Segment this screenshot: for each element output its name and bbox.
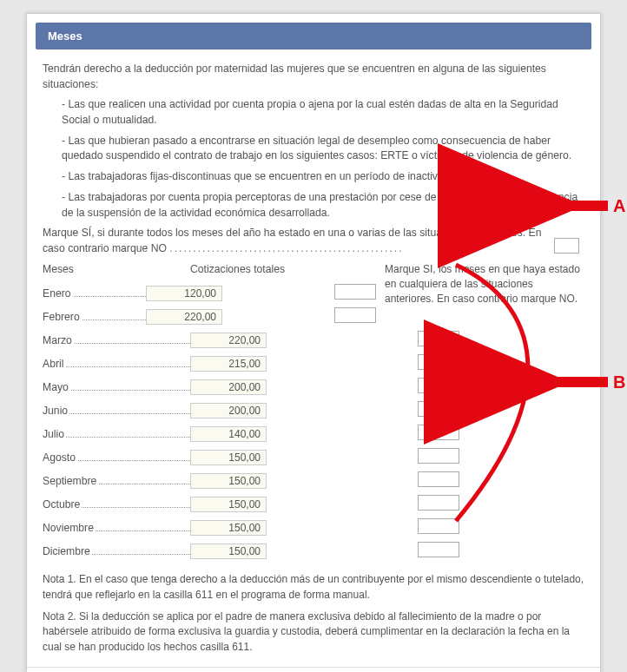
table-row: Octubre [43,493,584,517]
dialog-body: Tendrán derecho a la deducción por mater… [27,49,600,667]
table-row: Mayo [43,376,584,399]
col-header-meses: Meses [43,262,190,278]
marque-si-all-input[interactable] [554,238,579,254]
month-name: Noviembre [43,522,96,534]
bullet-4: Las trabajadoras por cuenta propia perce… [62,190,584,221]
table-row: Noviembre [43,517,584,540]
si-input-month[interactable] [418,518,459,534]
notes: Nota 1. En el caso que tenga derecho a l… [43,572,584,655]
bullet-1: Las que realicen una actividad por cuent… [62,97,584,128]
marque-si-all-row: Marque SÍ, si durante todos los meses de… [43,226,584,256]
month-name: Septiembre [43,475,98,487]
annotation-label-b: B [613,372,625,392]
si-input-month[interactable] [418,331,459,346]
cotizacion-input[interactable] [190,520,267,536]
table-row: Febrero [43,306,376,329]
cotizacion-input[interactable] [190,333,267,348]
table-row: Abril [43,352,584,376]
month-name: Febrero [43,311,82,323]
dialog-footer: Aceptar Cancelar [27,667,600,672]
annotation-label-a: A [613,196,625,215]
si-input-month[interactable] [418,401,459,417]
month-name: Octubre [43,498,82,511]
nota-1: Nota 1. En el caso que tenga derecho a l… [43,572,584,603]
month-name: Diciembre [43,545,92,557]
month-name: Julio [43,428,66,440]
bullet-3: Las trabajadoras fijas-discontinuas que … [62,169,584,185]
dialog: Meses Tendrán derecho a la deducción por… [26,13,601,672]
dialog-title: Meses [36,23,591,49]
cotizacion-input[interactable] [190,544,267,559]
month-name: Marzo [43,334,74,346]
si-input-month[interactable] [418,448,459,464]
cotizacion-input[interactable] [190,426,267,442]
si-input-month[interactable] [418,495,459,511]
cotizacion-input[interactable] [190,403,267,418]
table-row: Diciembre [43,540,584,563]
si-input-month[interactable] [334,284,376,300]
si-input-month[interactable] [418,354,459,370]
cotizacion-input[interactable] [190,379,267,395]
month-name: Abril [43,358,65,370]
marque-si-month-text: Marque SI, los meses en que haya estado … [385,262,584,307]
cotizacion-input[interactable] [190,497,267,512]
si-input-month[interactable] [418,378,459,393]
table-row: Enero [43,282,376,306]
table-row: Septiembre [43,470,584,493]
month-name: Enero [43,287,73,300]
cotizacion-input[interactable] [190,450,267,465]
table-row: Marzo [43,329,584,352]
table-row: Junio [43,399,584,423]
cotizacion-input[interactable] [146,286,222,301]
bullet-2: Las que hubieran pasado a encontrarse en… [62,134,584,164]
intro-text: Tendrán derecho a la deducción por mater… [43,62,584,92]
si-input-month[interactable] [334,307,376,323]
bullets: Las que realicen una actividad por cuent… [62,97,584,221]
dots-trail: ........................................… [169,242,403,254]
month-name: Junio [43,405,69,417]
col-header-cotizaciones: Cotizaciones totales [190,262,320,278]
table-row: Agosto [43,446,584,470]
si-input-month[interactable] [418,471,459,487]
si-input-month[interactable] [418,425,459,440]
si-input-month[interactable] [418,542,459,557]
nota-2: Nota 2. Si la deducción se aplica por el… [43,609,584,655]
table-row: Julio [43,423,584,446]
cotizacion-input[interactable] [190,473,267,489]
cotizacion-input[interactable] [190,356,267,372]
cotizacion-input[interactable] [146,309,222,325]
month-name: Agosto [43,451,77,464]
month-name: Mayo [43,381,70,393]
